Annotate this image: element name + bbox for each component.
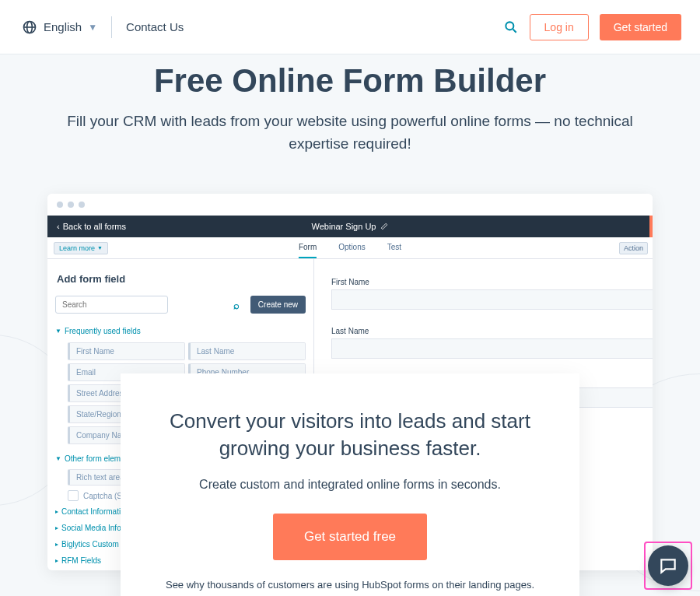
preview-label-last-name: Last Name [331,327,653,335]
field-search-input[interactable] [55,296,168,314]
divider [111,16,112,38]
chat-widget[interactable] [644,542,692,590]
window-chrome [47,194,653,216]
top-navigation: English ▼ Contact Us Log in Get started [0,0,700,54]
page-title: Free Online Form Builder [62,62,638,100]
chevron-right-icon: ▸ [55,541,58,548]
preview-input-first-name[interactable] [331,289,653,310]
globe-icon [22,19,37,35]
page-subtitle: Fill your CRM with leads from your websi… [62,110,638,155]
get-started-free-button[interactable]: Get started free [273,514,427,560]
chevron-down-icon: ▼ [88,22,97,33]
cta-footnote: See why thousands of customers are using… [152,579,548,591]
accent-bar [649,216,653,237]
get-started-button[interactable]: Get started [600,14,681,40]
window-dot [68,202,74,208]
tab-test[interactable]: Test [387,237,401,258]
create-new-button[interactable]: Create new [250,296,306,314]
learn-more-button[interactable]: Learn more ▼ [54,242,108,254]
sidebar-title: Add form field [57,273,306,285]
window-dot [79,202,85,208]
window-dot [57,202,63,208]
back-to-forms-link[interactable]: ‹ Back to all forms [57,222,126,231]
captcha-checkbox[interactable] [68,490,79,501]
chevron-right-icon: ▸ [55,508,58,515]
chevron-right-icon: ▸ [55,557,58,564]
language-selector[interactable]: English ▼ [22,19,97,35]
svg-point-3 [506,22,513,30]
field-first-name[interactable]: First Name [68,342,185,360]
chevron-right-icon: ▸ [55,524,58,531]
contact-us-link[interactable]: Contact Us [126,20,184,33]
actions-button[interactable]: Action [619,242,648,254]
hero-section: Free Online Form Builder Fill your CRM w… [0,54,700,178]
search-icon[interactable] [503,19,519,35]
svg-line-4 [513,29,516,32]
toolbar: Learn more ▼ Form Options Test Action [47,237,653,259]
cta-card: Convert your visitors into leads and sta… [121,373,579,596]
chevron-left-icon: ‹ [57,222,60,231]
cta-heading: Convert your visitors into leads and sta… [152,408,548,462]
chevron-down-icon: ▼ [55,455,61,462]
chevron-down-icon: ▼ [97,245,103,251]
login-button[interactable]: Log in [530,14,589,40]
form-title: Webinar Sign Up [312,222,376,231]
app-header: ‹ Back to all forms Webinar Sign Up [47,216,653,237]
tab-options[interactable]: Options [338,237,365,258]
edit-icon[interactable] [380,223,388,230]
chat-icon [658,556,678,576]
preview-label-first-name: First Name [331,278,653,286]
back-label: Back to all forms [63,222,126,231]
chevron-down-icon: ▼ [55,328,61,335]
category-frequently-used[interactable]: ▼ Frequently used fields [55,323,306,339]
tab-form[interactable]: Form [299,237,317,258]
field-last-name[interactable]: Last Name [188,342,306,360]
cta-subtext: Create custom and integrated online form… [152,478,548,492]
language-label: English [44,20,82,33]
preview-input-last-name[interactable] [331,338,653,359]
